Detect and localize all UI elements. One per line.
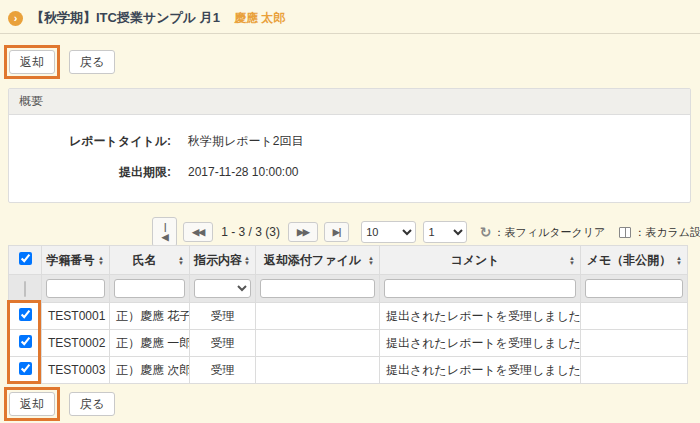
filter-checkbox-placeholder [24, 281, 26, 297]
deadline-field: 提出期限: 2017-11-28 10:00:00 [9, 163, 690, 181]
cell-comment: 提出されたレポートを受理しました。 [380, 303, 581, 330]
cell-student-id: TEST0003 [42, 357, 110, 384]
sort-icon[interactable]: ▲▼ [368, 256, 374, 265]
deadline-value: 2017-11-28 10:00:00 [188, 163, 299, 181]
deadline-label: 提出期限: [9, 163, 171, 181]
report-title-value: 秋学期レポート2回目 [188, 132, 304, 150]
report-title-label: レポートタイトル: [9, 132, 171, 150]
column-header-name[interactable]: 氏名▲▼ [110, 246, 190, 275]
return-button-top[interactable]: 返却 [9, 50, 55, 74]
table-row: TEST0002 正）慶應 一郎 受理 提出されたレポートを受理しました。 [9, 330, 688, 357]
filter-instruction-select[interactable] [194, 279, 251, 298]
annotation-highlight: 返却 [4, 45, 60, 79]
cell-attachment [256, 357, 380, 384]
column-header-attachment[interactable]: 返却添付ファイル▲▼ [256, 246, 380, 275]
user-name: 慶應 太郎 [234, 10, 285, 27]
student-table: 学籍番号▲▼ 氏名▲▼ 指示内容▲▼ 返却添付ファイル▲▼ コメント▲▼ メモ（… [8, 245, 688, 384]
sort-icon[interactable]: ▲▼ [98, 256, 104, 265]
table-row: TEST0003 正）慶應 次郎 受理 提出されたレポートを受理しました。 [9, 357, 688, 384]
column-settings-label: ：表カラム設定 [634, 225, 700, 240]
filter-student-id-input[interactable] [46, 279, 105, 298]
report-title-field: レポートタイトル: 秋学期レポート2回目 [9, 132, 690, 150]
column-header-comment[interactable]: コメント▲▼ [380, 246, 581, 275]
sort-icon[interactable]: ▲▼ [676, 256, 682, 265]
return-button-bottom[interactable]: 返却 [9, 392, 55, 416]
cell-instruction: 受理 [190, 303, 256, 330]
cell-memo [581, 357, 688, 384]
row-checkbox[interactable] [19, 308, 32, 321]
cell-comment: 提出されたレポートを受理しました。 [380, 357, 581, 384]
table-row: TEST0001 正）慶應 花子 受理 提出されたレポートを受理しました。 [9, 303, 688, 330]
pagination-range-text: 1 - 3 / 3 (3) [221, 225, 280, 239]
last-page-button[interactable]: ▶| [324, 222, 349, 242]
column-settings-icon[interactable] [619, 227, 631, 238]
annotation-highlight: 返却 [4, 387, 60, 421]
row-checkbox[interactable] [19, 362, 32, 375]
cell-instruction: 受理 [190, 330, 256, 357]
table-filter-row [9, 275, 688, 303]
filter-memo-input[interactable] [585, 279, 683, 298]
filter-clear-label: ：表フィルタークリア [493, 225, 605, 240]
bottom-button-row: 返却 戻る [4, 387, 115, 421]
column-header-student-id[interactable]: 学籍番号▲▼ [42, 246, 110, 275]
select-all-checkbox[interactable] [19, 252, 32, 265]
cell-student-id: TEST0002 [42, 330, 110, 357]
pagination-toolbar: |◀ ◀◀ 1 - 3 / 3 (3) ▶▶ ▶| 10 1 ↻ ：表フィルター… [152, 217, 700, 247]
breadcrumb-arrow-icon: › [8, 11, 23, 26]
first-page-button[interactable]: |◀ [152, 217, 177, 247]
current-page-select[interactable]: 1 [423, 221, 466, 243]
prev-page-button[interactable]: ◀◀ [183, 222, 213, 242]
table-header-row: 学籍番号▲▼ 氏名▲▼ 指示内容▲▼ 返却添付ファイル▲▼ コメント▲▼ メモ（… [9, 246, 688, 275]
cell-attachment [256, 303, 380, 330]
overview-panel: 概要 レポートタイトル: 秋学期レポート2回目 提出期限: 2017-11-28… [8, 88, 691, 203]
page-title: 【秋学期】ITC授業サンプル 月1 [31, 9, 220, 27]
cell-memo [581, 330, 688, 357]
cell-name: 正）慶應 花子 [110, 303, 190, 330]
cell-name: 正）慶應 一郎 [110, 330, 190, 357]
sort-icon[interactable]: ▲▼ [178, 256, 184, 265]
cell-memo [581, 303, 688, 330]
page-header: › 【秋学期】ITC授業サンプル 月1 慶應 太郎 [8, 9, 692, 27]
cell-comment: 提出されたレポートを受理しました。 [380, 330, 581, 357]
header-divider [0, 33, 700, 34]
row-checkbox[interactable] [19, 335, 32, 348]
back-button-top[interactable]: 戻る [69, 50, 115, 74]
column-header-instruction[interactable]: 指示内容▲▼ [190, 246, 256, 275]
filter-comment-input[interactable] [384, 279, 576, 298]
filter-name-input[interactable] [114, 279, 185, 298]
next-page-button[interactable]: ▶▶ [288, 222, 318, 242]
page-size-select[interactable]: 10 [361, 221, 416, 243]
cell-student-id: TEST0001 [42, 303, 110, 330]
cell-attachment [256, 330, 380, 357]
cell-instruction: 受理 [190, 357, 256, 384]
cell-name: 正）慶應 次郎 [110, 357, 190, 384]
top-button-row: 返却 戻る [4, 45, 115, 79]
sort-icon[interactable]: ▲▼ [569, 256, 575, 265]
filter-attachment-input[interactable] [260, 279, 375, 298]
refresh-icon[interactable]: ↻ [480, 225, 492, 239]
overview-panel-title: 概要 [9, 89, 690, 115]
sort-icon[interactable]: ▲▼ [244, 256, 250, 265]
back-button-bottom[interactable]: 戻る [69, 392, 115, 416]
column-header-memo[interactable]: メモ（非公開）▲▼ [581, 246, 688, 275]
